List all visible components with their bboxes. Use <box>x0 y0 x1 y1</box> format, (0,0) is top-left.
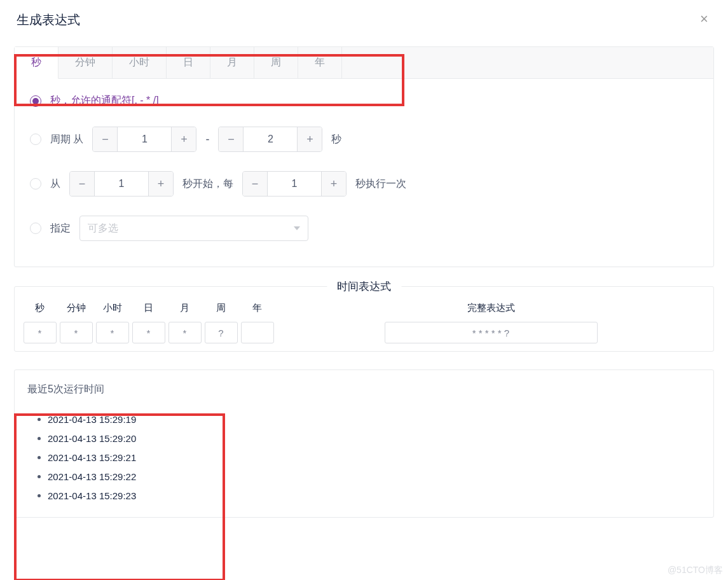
expr-year-input[interactable] <box>241 322 274 343</box>
every-start-stepper: − + <box>69 171 174 197</box>
every-middle: 秒开始，每 <box>182 177 233 191</box>
cycle-prefix: 周期 从 <box>50 133 83 146</box>
tab-year[interactable]: 年 <box>298 47 342 78</box>
every-suffix: 秒执行一次 <box>355 177 406 191</box>
col-header-day: 日 <box>131 297 166 322</box>
col-header-year: 年 <box>240 297 275 322</box>
recent-title: 最近5次运行时间 <box>27 383 701 396</box>
expr-week-input[interactable] <box>205 322 238 343</box>
every-interval-stepper: − + <box>242 171 347 197</box>
expr-full-input[interactable] <box>385 322 598 343</box>
col-header-week: 周 <box>203 297 238 322</box>
dialog-title: 生成表达式 <box>17 11 80 29</box>
col-header-month: 月 <box>167 297 202 322</box>
radio-wildcard-label: 秒，允许的通配符[, - * /] <box>50 94 159 107</box>
radio-every[interactable] <box>30 178 41 190</box>
list-item: 2021-04-13 15:29:23 <box>48 487 701 506</box>
expr-hour-input[interactable] <box>96 322 129 343</box>
cycle-from-input[interactable] <box>117 127 172 151</box>
tab-week[interactable]: 周 <box>254 47 298 78</box>
list-item: 2021-04-13 15:29:20 <box>48 429 701 448</box>
plus-icon[interactable]: + <box>172 127 196 151</box>
specify-label: 指定 <box>50 222 71 235</box>
close-icon[interactable]: × <box>700 15 711 26</box>
list-item: 2021-04-13 15:29:19 <box>48 410 701 429</box>
watermark: @51CTO博客 <box>668 565 723 576</box>
specify-placeholder: 可多选 <box>88 222 118 235</box>
list-item: 2021-04-13 15:29:22 <box>48 467 701 487</box>
tab-month[interactable]: 月 <box>210 47 254 78</box>
col-header-hour: 小时 <box>95 297 130 322</box>
expression-legend: 时间表达式 <box>327 279 401 294</box>
col-header-min: 分钟 <box>58 297 93 322</box>
expr-min-input[interactable] <box>60 322 93 343</box>
radio-specify[interactable] <box>30 223 41 234</box>
every-interval-input[interactable] <box>267 172 322 196</box>
cycle-to-stepper: − + <box>218 127 322 152</box>
expr-day-input[interactable] <box>132 322 165 343</box>
cycle-from-stepper: − + <box>92 127 196 152</box>
expr-month-input[interactable] <box>168 322 202 343</box>
chevron-down-icon <box>294 226 300 230</box>
expr-sec-input[interactable] <box>24 322 57 343</box>
radio-cycle[interactable] <box>30 134 41 145</box>
tabs: 秒 分钟 小时 日 月 周 年 <box>15 47 713 79</box>
plus-icon[interactable]: + <box>149 172 173 196</box>
radio-wildcard[interactable] <box>30 95 41 107</box>
tab-seconds[interactable]: 秒 <box>15 47 58 79</box>
cycle-to-input[interactable] <box>243 127 298 151</box>
plus-icon[interactable]: + <box>322 172 346 196</box>
col-header-sec: 秒 <box>22 297 57 322</box>
minus-icon[interactable]: − <box>70 172 94 196</box>
plus-icon[interactable]: + <box>298 127 322 151</box>
every-start-input[interactable] <box>94 172 149 196</box>
every-prefix: 从 <box>50 177 60 191</box>
minus-icon[interactable]: − <box>219 127 243 151</box>
minus-icon[interactable]: − <box>93 127 117 151</box>
cycle-suffix: 秒 <box>331 133 341 146</box>
tab-hours[interactable]: 小时 <box>113 47 167 78</box>
minus-icon[interactable]: − <box>243 172 267 196</box>
tab-day[interactable]: 日 <box>167 47 210 78</box>
cycle-dash: - <box>205 133 209 146</box>
col-header-full: 完整表达式 <box>276 297 706 322</box>
list-item: 2021-04-13 15:29:21 <box>48 448 701 467</box>
specify-select[interactable]: 可多选 <box>79 216 308 241</box>
tab-minutes[interactable]: 分钟 <box>58 47 113 78</box>
